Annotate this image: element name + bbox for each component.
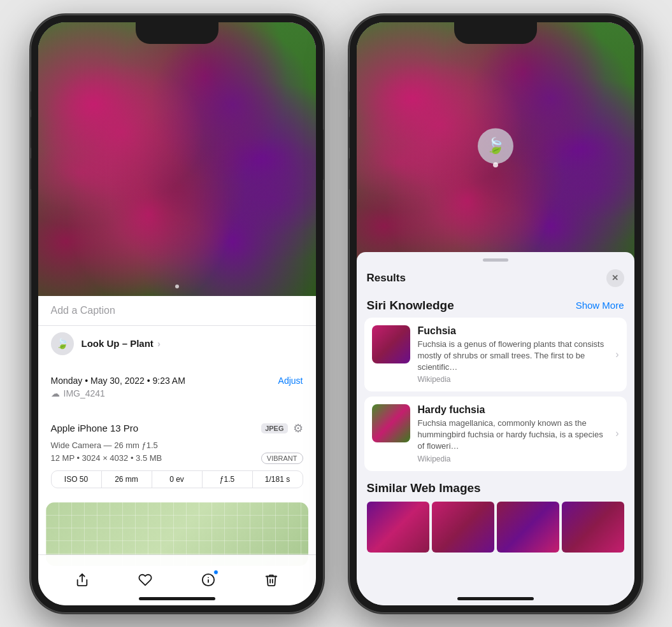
similar-section: Similar Web Images — [357, 476, 634, 555]
filename-text: IMG_4241 — [64, 388, 105, 398]
fuchsia-thumbnail — [372, 325, 410, 363]
visual-lookup-badge: 🍃 — [478, 128, 513, 164]
vol-up-2 — [349, 116, 350, 148]
fuchsia-content: Fuchsia Fuchsia is a genus of flowering … — [418, 325, 608, 384]
hardy-chevron-icon: › — [615, 428, 618, 439]
home-indicator-2 — [457, 597, 534, 600]
results-sheet: Results ✕ Siri Knowledge Show More Fuchs… — [357, 252, 634, 605]
phones-container: Add a Caption 🍃 Look Up – Plant › Monday… — [31, 15, 642, 613]
flower-photo[interactable] — [38, 22, 316, 296]
fuchsia-card[interactable]: Fuchsia Fuchsia is a genus of flowering … — [364, 318, 627, 392]
notch-1 — [136, 22, 218, 44]
similar-image-1[interactable] — [367, 502, 429, 553]
lookup-chevron-icon: › — [157, 338, 161, 349]
exif-shutter: 1/181 s — [253, 471, 303, 488]
similar-images-grid — [367, 502, 624, 553]
exif-focal: 26 mm — [102, 471, 152, 488]
format-badge: JPEG — [261, 423, 287, 433]
phone-1-screen: Add a Caption 🍃 Look Up – Plant › Monday… — [38, 22, 316, 605]
filename-row: ☁ IMG_4241 — [51, 388, 303, 398]
badges: JPEG ⚙ — [261, 421, 303, 435]
adjust-button[interactable]: Adjust — [278, 376, 303, 386]
exif-ev: 0 ev — [152, 471, 203, 488]
hardy-thumbnail — [372, 404, 410, 442]
info-badge-dot — [213, 570, 218, 575]
device-section: Apple iPhone 13 Pro JPEG ⚙ Wide Camera —… — [38, 412, 316, 497]
delete-button[interactable] — [257, 566, 285, 594]
vol-down-1 — [31, 158, 31, 190]
home-indicator-1 — [139, 597, 215, 600]
show-more-button[interactable]: Show More — [576, 300, 624, 311]
hardy-content: Hardy fuchsia Fuchsia magellanica, commo… — [418, 404, 608, 463]
device-row: Apple iPhone 13 Pro JPEG ⚙ — [51, 421, 303, 435]
lookup-text: Look Up – Plant › — [82, 338, 161, 349]
phone-2: 🍃 Results ✕ Siri Knowledge Show More — [349, 15, 642, 613]
fuchsia-description: Fuchsia is a genus of flowering plants t… — [418, 339, 608, 374]
fuchsia-chevron-icon: › — [615, 349, 618, 360]
share-button[interactable] — [68, 566, 96, 594]
hardy-source: Wikipedia — [418, 454, 608, 463]
siri-knowledge-title: Siri Knowledge — [367, 299, 454, 313]
flower-photo-2[interactable]: 🍃 — [357, 22, 634, 277]
specs-row: 12 MP • 3024 × 4032 • 3.5 MB VIBRANT — [51, 453, 303, 464]
fuchsia-title: Fuchsia — [418, 325, 608, 337]
vol-down-2 — [349, 158, 350, 190]
flower-overlay — [38, 22, 316, 296]
date-text: Monday • May 30, 2022 • 9:23 AM — [51, 376, 185, 386]
caption-placeholder[interactable]: Add a Caption — [51, 305, 115, 316]
mute-1 — [31, 91, 31, 110]
lookup-dot — [493, 162, 498, 167]
siri-knowledge-header: Siri Knowledge Show More — [357, 293, 634, 318]
specs-text: 12 MP • 3024 × 4032 • 3.5 MB — [51, 453, 162, 463]
fuchsia-source: Wikipedia — [418, 375, 608, 384]
caption-row[interactable]: Add a Caption — [38, 296, 316, 325]
similar-image-3[interactable] — [497, 502, 559, 553]
exif-aperture: ƒ1.5 — [203, 471, 253, 488]
hardy-title: Hardy fuchsia — [418, 404, 608, 416]
side-button-1 — [323, 129, 324, 180]
info-button[interactable] — [194, 566, 222, 594]
hardy-fuchsia-card[interactable]: Hardy fuchsia Fuchsia magellanica, commo… — [364, 397, 627, 471]
settings-icon: ⚙ — [293, 421, 303, 435]
device-name: Apple iPhone 13 Pro — [51, 423, 139, 433]
exif-row: ISO 50 26 mm 0 ev ƒ1.5 1/181 s — [51, 470, 303, 488]
lookup-row[interactable]: 🍃 Look Up – Plant › — [38, 325, 316, 362]
camera-detail: Wide Camera — 26 mm ƒ1.5 — [51, 440, 303, 450]
phone-2-screen: 🍃 Results ✕ Siri Knowledge Show More — [357, 22, 634, 605]
vibrant-badge: VIBRANT — [261, 453, 303, 464]
close-button[interactable]: ✕ — [606, 269, 624, 287]
similar-image-2[interactable] — [432, 502, 494, 553]
phone-1: Add a Caption 🍃 Look Up – Plant › Monday… — [31, 15, 324, 613]
notch-2 — [454, 22, 537, 44]
similar-title: Similar Web Images — [367, 481, 624, 495]
vol-up-1 — [31, 116, 31, 148]
heart-button[interactable] — [131, 566, 159, 594]
sheet-title: Results — [367, 272, 406, 285]
side-button-2 — [641, 129, 642, 180]
sheet-header: Results ✕ — [357, 262, 634, 293]
date-row: Monday • May 30, 2022 • 9:23 AM Adjust — [51, 376, 303, 386]
similar-image-4[interactable] — [562, 502, 624, 553]
mute-2 — [349, 91, 350, 110]
page-indicator — [175, 285, 179, 288]
exif-iso: ISO 50 — [52, 471, 102, 488]
cloud-icon: ☁ — [51, 388, 60, 398]
metadata-section: Monday • May 30, 2022 • 9:23 AM Adjust ☁… — [38, 367, 316, 407]
siri-icon: 🍃 — [51, 332, 74, 355]
hardy-description: Fuchsia magellanica, commonly known as t… — [418, 418, 608, 453]
